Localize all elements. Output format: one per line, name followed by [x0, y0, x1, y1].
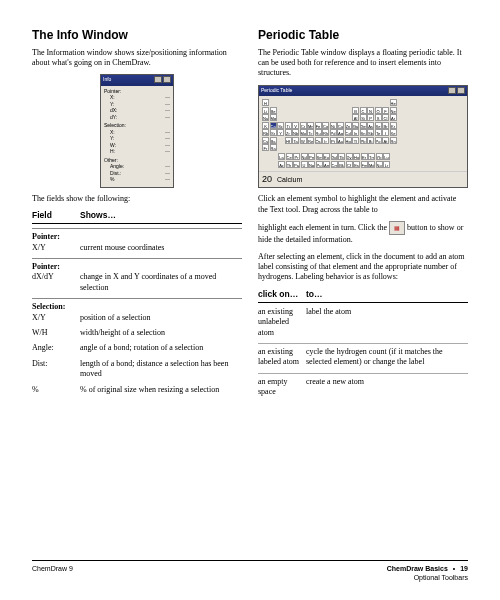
- pt-element-cell[interactable]: Zr: [285, 129, 292, 136]
- pt-element-cell[interactable]: No: [376, 161, 383, 168]
- pt-element-cell[interactable]: Md: [368, 161, 375, 168]
- pt-element-cell[interactable]: Tl: [352, 137, 359, 144]
- pt-element-cell[interactable]: B: [352, 107, 359, 114]
- pt-element-cell[interactable]: H: [262, 99, 269, 106]
- pt-element-cell[interactable]: Nd: [301, 153, 308, 160]
- pt-element-cell[interactable]: Na: [262, 114, 269, 121]
- pt-element-cell[interactable]: As: [367, 122, 374, 129]
- pt-element-cell[interactable]: Co: [322, 122, 329, 129]
- pt-element-cell[interactable]: I: [382, 129, 389, 136]
- pt-element-cell[interactable]: Pm: [308, 153, 315, 160]
- pt-element-cell[interactable]: Li: [262, 107, 269, 114]
- pt-element-cell[interactable]: Po: [375, 137, 382, 144]
- pt-element-cell[interactable]: Th: [286, 161, 293, 168]
- pt-element-cell[interactable]: At: [382, 137, 389, 144]
- pt-element-cell[interactable]: Se: [375, 122, 382, 129]
- pt-element-cell[interactable]: Ca: [270, 122, 277, 129]
- pt-element-cell[interactable]: Hg: [345, 137, 352, 144]
- pt-element-cell[interactable]: Rb: [262, 129, 269, 136]
- pt-element-cell[interactable]: Fr: [262, 144, 269, 151]
- pt-element-cell[interactable]: K: [262, 122, 269, 129]
- pt-element-cell[interactable]: Br: [382, 122, 389, 129]
- pt-element-cell[interactable]: Ti: [285, 122, 292, 129]
- pt-element-cell[interactable]: Lu: [383, 153, 390, 160]
- pt-element-cell[interactable]: P: [367, 114, 374, 121]
- pt-element-cell[interactable]: F: [382, 107, 389, 114]
- pt-element-cell[interactable]: Ir: [322, 137, 329, 144]
- pt-element-cell[interactable]: Pr: [293, 153, 300, 160]
- pt-element-cell[interactable]: V: [292, 122, 299, 129]
- pt-element-cell[interactable]: Ag: [337, 129, 344, 136]
- pt-element-cell[interactable]: Yb: [376, 153, 383, 160]
- pt-element-cell[interactable]: Xe: [390, 129, 397, 136]
- pt-element-cell[interactable]: Ra: [270, 144, 277, 151]
- pt-element-cell[interactable]: W: [300, 137, 307, 144]
- pt-element-cell[interactable]: Cd: [345, 129, 352, 136]
- pt-element-cell[interactable]: Rn: [390, 137, 397, 144]
- pt-element-cell[interactable]: Ta: [292, 137, 299, 144]
- pt-element-cell[interactable]: O: [375, 107, 382, 114]
- pt-element-cell[interactable]: Eu: [323, 153, 330, 160]
- pt-element-cell[interactable]: Ge: [360, 122, 367, 129]
- pt-element-cell[interactable]: Ho: [353, 153, 360, 160]
- pt-element-cell[interactable]: Mg: [270, 114, 277, 121]
- pt-element-cell[interactable]: Cr: [300, 122, 307, 129]
- pt-element-cell[interactable]: Fe: [315, 122, 322, 129]
- pt-element-cell[interactable]: Cf: [346, 161, 353, 168]
- pt-element-cell[interactable]: Am: [323, 161, 330, 168]
- pt-element-cell[interactable]: Ac: [278, 161, 285, 168]
- pt-element-cell[interactable]: Al: [352, 114, 359, 121]
- pt-element-cell[interactable]: Be: [270, 107, 277, 114]
- pt-element-cell[interactable]: Sc: [277, 122, 284, 129]
- pt-element-cell[interactable]: Er: [361, 153, 368, 160]
- pt-element-cell[interactable]: In: [352, 129, 359, 136]
- pt-element-cell[interactable]: Ba: [270, 137, 277, 144]
- pt-element-cell[interactable]: Pu: [316, 161, 323, 168]
- pt-element-cell[interactable]: Ni: [330, 122, 337, 129]
- expand-icon[interactable]: ▦: [389, 221, 405, 235]
- pt-element-cell[interactable]: Au: [337, 137, 344, 144]
- pt-element-cell[interactable]: Ga: [352, 122, 359, 129]
- pt-element-cell[interactable]: Sr: [270, 129, 277, 136]
- pt-element-cell[interactable]: Si: [360, 114, 367, 121]
- pt-element-cell[interactable]: Ne: [390, 107, 397, 114]
- pt-element-cell[interactable]: Re: [307, 137, 314, 144]
- pt-element-cell[interactable]: Sb: [367, 129, 374, 136]
- pt-element-cell[interactable]: La: [278, 153, 285, 160]
- pt-element-cell[interactable]: Cl: [382, 114, 389, 121]
- pt-element-cell[interactable]: Fm: [361, 161, 368, 168]
- pt-element-cell[interactable]: Nb: [292, 129, 299, 136]
- pt-element-cell[interactable]: Gd: [331, 153, 338, 160]
- pt-element-cell[interactable]: U: [301, 161, 308, 168]
- pt-element-cell[interactable]: Ar: [390, 114, 397, 121]
- pt-element-cell[interactable]: Ru: [315, 129, 322, 136]
- pt-element-cell[interactable]: Mo: [300, 129, 307, 136]
- pt-element-cell[interactable]: Dy: [346, 153, 353, 160]
- pt-element-cell[interactable]: Sn: [360, 129, 367, 136]
- pt-element-cell[interactable]: Cu: [337, 122, 344, 129]
- pt-element-cell[interactable]: Ce: [286, 153, 293, 160]
- pt-element-cell[interactable]: Pa: [293, 161, 300, 168]
- pt-element-cell[interactable]: Pb: [360, 137, 367, 144]
- pt-element-cell[interactable]: N: [367, 107, 374, 114]
- pt-element-cell[interactable]: Cs: [262, 137, 269, 144]
- pt-element-cell[interactable]: Os: [315, 137, 322, 144]
- pt-element-cell[interactable]: Cm: [331, 161, 338, 168]
- pt-element-cell[interactable]: Sm: [316, 153, 323, 160]
- pt-element-cell[interactable]: Te: [375, 129, 382, 136]
- pt-element-cell[interactable]: Lr: [383, 161, 390, 168]
- pt-element-cell[interactable]: Y: [277, 129, 284, 136]
- pt-element-cell[interactable]: Tc: [307, 129, 314, 136]
- pt-element-cell[interactable]: Zn: [345, 122, 352, 129]
- pt-element-cell[interactable]: C: [360, 107, 367, 114]
- pt-element-cell[interactable]: Hf: [285, 137, 292, 144]
- pt-element-cell[interactable]: Pt: [330, 137, 337, 144]
- pt-element-cell[interactable]: Pd: [330, 129, 337, 136]
- pt-element-cell[interactable]: Bk: [338, 161, 345, 168]
- pt-element-cell[interactable]: Bi: [367, 137, 374, 144]
- pt-element-cell[interactable]: Tb: [338, 153, 345, 160]
- pt-element-cell[interactable]: S: [375, 114, 382, 121]
- pt-element-cell[interactable]: Rh: [322, 129, 329, 136]
- pt-element-cell[interactable]: Es: [353, 161, 360, 168]
- pt-element-cell[interactable]: He: [390, 99, 397, 106]
